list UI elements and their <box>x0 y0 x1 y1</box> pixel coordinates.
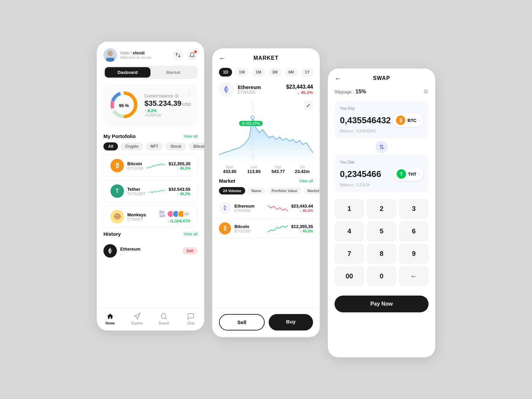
key-8[interactable]: 8 <box>367 244 396 264</box>
bitcoin-name: Bitcoin <box>127 161 143 166</box>
balance-title: Current balance i <box>144 94 191 98</box>
key-7[interactable]: 7 <box>335 244 364 264</box>
market-view-all[interactable]: View all <box>299 179 313 183</box>
portfolio-view-all[interactable]: View all <box>184 134 197 139</box>
nav-search[interactable]: Search <box>150 313 177 325</box>
market-btc-row-pair: BTC/USD <box>234 229 264 233</box>
filter-nft[interactable]: NFT <box>146 142 163 150</box>
history-item-info: Ethereum ... <box>120 247 179 256</box>
key-5[interactable]: 5 <box>367 221 396 241</box>
bitcoin-sparkline <box>147 161 165 171</box>
key-4[interactable]: 4 <box>335 221 364 241</box>
portfolio-header: My Portofolio View all <box>97 133 204 142</box>
you-pay-currency-selector[interactable]: ₿ BTC › <box>393 114 423 127</box>
donut-chart: 95 % <box>109 90 139 121</box>
key-3[interactable]: 3 <box>399 199 429 219</box>
swap-title: SWAP <box>373 75 390 81</box>
market-tab-name[interactable]: Name <box>247 187 265 194</box>
history-ethereum-icon <box>103 244 117 258</box>
price-chart: ⤢ (0.323,23%) <box>219 101 313 161</box>
key-0[interactable]: 0 <box>367 266 396 286</box>
slippage-text: Slippage : 15% <box>335 89 366 95</box>
market-eth-sparkline <box>268 203 288 213</box>
market-tab-portfolio[interactable]: Portfolio Value <box>267 187 301 194</box>
swap-icon-btn[interactable] <box>173 50 183 60</box>
buy-button[interactable]: Buy <box>269 314 313 330</box>
info-icon: i <box>174 94 179 98</box>
tether-info: Tether THT/USDT <box>127 187 145 196</box>
sell-button[interactable]: Sell <box>219 314 265 330</box>
key-9[interactable]: 9 <box>399 244 429 264</box>
filter-all[interactable]: All <box>103 142 118 150</box>
nav-chat-label: Chat <box>187 321 194 325</box>
filter-crypto[interactable]: Crypto <box>121 142 143 150</box>
market-row-bitcoin[interactable]: ₿ Bitcoin BTC/USD $12,355,35 ↑ 45.2% <box>212 218 320 239</box>
nav-explore[interactable]: Explore <box>124 313 150 325</box>
nav-home[interactable]: Home <box>97 313 124 325</box>
history-title: History <box>103 231 121 237</box>
tab-market[interactable]: Market <box>150 67 196 78</box>
portfolio-item-bitcoin[interactable]: ₿ Bitcoin BTC/USD $12,355,35 ↑ 45.2% <box>103 154 197 177</box>
market-tab-volume[interactable]: 24 Volume <box>219 187 245 194</box>
key-1[interactable]: 1 <box>335 199 364 219</box>
notification-icon-btn[interactable] <box>187 50 197 60</box>
filter-stock[interactable]: Stock <box>166 142 186 150</box>
key-6[interactable]: 6 <box>399 221 429 241</box>
subtitle-text: Welcome to excoin <box>120 55 173 59</box>
market-section-title: Market <box>219 178 235 184</box>
svg-point-25 <box>251 116 254 119</box>
you-get-currency-selector[interactable]: T THT › <box>393 167 423 181</box>
balance-change-pct: ↑ 8.2% <box>144 108 157 113</box>
monkeys-icon: 🐵 <box>110 210 124 223</box>
stc-badge: Stc 124 <box>159 210 165 218</box>
nav-chat[interactable]: Chat <box>177 313 204 325</box>
you-get-balance: Balance : 0,23134 <box>340 183 423 187</box>
you-pay-amount[interactable]: 0,435546432 <box>340 115 391 126</box>
market-row-ethereum[interactable]: Ethereum ETH/USD $23,443.44 ↓ 45.2% <box>212 198 320 218</box>
time-6m[interactable]: 6M <box>284 68 298 77</box>
settings-icon-btn[interactable]: ⚙ <box>423 88 429 95</box>
time-3m[interactable]: 3M <box>268 68 282 77</box>
svg-marker-29 <box>223 208 225 211</box>
key-00[interactable]: 00 <box>335 266 364 286</box>
market-eth-row-info: Ethereum ETH/USD <box>234 204 264 213</box>
history-view-all[interactable]: View all <box>184 232 197 236</box>
back-button[interactable]: ← <box>219 54 226 62</box>
portfolio-item-tether[interactable]: T Tether THT/USDT $32.543.55 ↑ 45.2% <box>103 180 197 202</box>
notification-dot <box>194 50 197 53</box>
time-1m[interactable]: 1M <box>252 68 265 77</box>
market-tab-marketcap[interactable]: Market cap <box>303 187 320 194</box>
monkeys-pair: CTN/NFT <box>127 217 156 221</box>
numpad-row-1: 1 2 3 <box>335 199 429 219</box>
you-get-row: 0,2345466 T THT › <box>340 167 423 181</box>
market-section-header: Market View all <box>212 178 320 187</box>
time-1w[interactable]: 1W <box>235 68 249 77</box>
monkeys-change: ↑ (1,324) ETH <box>168 219 190 223</box>
portfolio-item-monkeys[interactable]: 🐵 Monkeys CTN/NFT Stc 124 10+ ↑ (1,32 <box>103 206 197 228</box>
tab-dashboard[interactable]: Dasboard <box>105 67 150 78</box>
time-1d[interactable]: 1D <box>219 68 232 77</box>
market-eth-name: Ethereum <box>238 84 261 90</box>
tether-name: Tether <box>127 187 145 192</box>
sell-badge[interactable]: Sell <box>182 247 197 255</box>
time-1y[interactable]: 1Y <box>301 68 314 77</box>
you-get-amount[interactable]: 0,2345466 <box>340 169 381 179</box>
swap-direction-btn[interactable]: ⇅ <box>375 141 388 153</box>
chart-expand-btn[interactable]: ⤢ <box>304 101 313 110</box>
dashboard-screen: Hello ! efendi Welcome to excoin <box>97 42 204 330</box>
bitcoin-info: Bitcoin BTC/USD <box>127 161 143 170</box>
svg-marker-27 <box>223 205 225 208</box>
key-2[interactable]: 2 <box>367 199 396 219</box>
you-pay-balance: Balance : 0,53832842 <box>340 129 423 133</box>
swap-back-button[interactable]: ← <box>335 75 341 82</box>
market-eth-pair: ETH/USD <box>238 90 261 95</box>
more-options-btn[interactable]: ⋮ <box>186 90 192 97</box>
pay-now-button[interactable]: Pay Now <box>335 296 429 312</box>
ethereum-icon <box>219 82 234 97</box>
chart-label: (0.323,23%) <box>239 121 263 126</box>
greeting-text: Hello ! efendi <box>120 51 173 55</box>
key-backspace[interactable]: ← <box>399 266 429 286</box>
filter-bitcoin[interactable]: Bitcoin <box>189 142 204 150</box>
username: efendi <box>133 51 144 55</box>
history-item-ethereum[interactable]: Ethereum ... Sell <box>97 240 204 262</box>
